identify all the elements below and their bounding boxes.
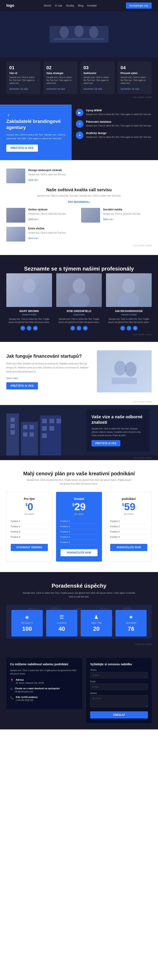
- pricing-plan-2-feature-1: Funkce 1: [61, 519, 97, 524]
- form-name-input[interactable]: [90, 672, 148, 678]
- contact-email-label: Chcete se s námi domluvit na spolupráci: [15, 687, 60, 690]
- step-1-link[interactable]: NAVRHNIT SE NÁS: [9, 88, 28, 90]
- branding-item-2-text: Sample text. Click to select the Text. C…: [86, 124, 152, 127]
- nav-blog[interactable]: Blog: [78, 4, 83, 7]
- team-member-1-twitter-icon[interactable]: t: [27, 326, 31, 331]
- pricing-plan-3-amount: 59: [124, 502, 135, 512]
- step-3-text: Sample text. Click to select the Text to…: [83, 76, 112, 85]
- pricing-plan-3-cta-button[interactable]: Pokračujte nyní: [110, 544, 147, 551]
- stat-icon-3: ♟: [84, 614, 109, 620]
- stat-value-1: 100: [14, 625, 40, 632]
- svg-rect-17: [11, 424, 15, 428]
- step-3-link[interactable]: NAVRHNIT SE NÁS: [83, 88, 102, 90]
- services-grid: Design webových stránek Sample text. Cli…: [6, 169, 152, 242]
- team-member-1-desc: Sample text. Click to select the Text. F…: [6, 318, 52, 324]
- branding-icon-3: ✦: [76, 132, 83, 139]
- team-section: Seznamte se s týmem našimi profesionály …: [0, 255, 158, 342]
- service-1-link[interactable]: Zjistit více ›: [28, 179, 39, 181]
- pricing-plan-2-name: Osobní: [61, 497, 97, 501]
- svg-point-8: [69, 292, 89, 307]
- bottom-right: Vyžádejte si cenovou nabídku Jméno Email…: [86, 658, 152, 723]
- svg-rect-13: [112, 378, 137, 384]
- steps-credit: Autor obrázku: Freepik: [6, 96, 152, 98]
- startup-cta-button[interactable]: PŘEČTĚTE SI VÍCE: [6, 382, 38, 390]
- team-member-2-twitter-icon[interactable]: t: [77, 326, 81, 331]
- team-member-2-linkedin-icon[interactable]: in: [83, 326, 88, 331]
- team-member-3-twitter-icon[interactable]: t: [127, 326, 131, 331]
- svg-point-1: [60, 26, 69, 38]
- pricing-plan-1-cta-button[interactable]: Stáhnout oderno: [11, 544, 48, 551]
- step-1-title: Váš cíl: [9, 72, 37, 75]
- service-2-link[interactable]: Zjistit více ›: [28, 218, 39, 221]
- building-credit: Autor obrázku: Freepik: [0, 455, 158, 460]
- step-2-link[interactable]: NAVRHNIT SE NÁS: [46, 88, 65, 90]
- startup-title: Jak funguje financování startupů?: [6, 353, 91, 360]
- form-email-input[interactable]: [90, 684, 148, 690]
- pricing-plan-1-feature-1: Funkce 1: [11, 519, 48, 524]
- branding-title: Zakladatelé brandingové agentury: [6, 118, 65, 130]
- hero-section: [0, 11, 158, 57]
- form-message-label: Zpráva: [90, 692, 148, 694]
- nav-links: Domů O nás Služby Blog Kontakt: [44, 4, 97, 7]
- service-image-2: [6, 208, 25, 223]
- pricing-plan-2-cta-button[interactable]: Pokračujte nyní: [61, 549, 97, 556]
- step-4-title: Převzetí výher: [121, 72, 149, 75]
- team-title: Seznamte se s týmem našimi profesionály: [6, 266, 152, 272]
- branding-cta-button[interactable]: PŘEČTĚTE SI VÍCE: [6, 145, 38, 152]
- branding-icon-2: ≡: [76, 120, 83, 128]
- pricing-plan-1-feature-3: Funkce 3: [11, 529, 48, 535]
- team-member-3-role: manažer prodeje: [106, 313, 152, 316]
- branding-right: ▶ Vývoj WWW Sample text. Click to select…: [72, 105, 158, 160]
- team-member-1: MARY BROWN kreativní ředitel Sample text…: [6, 273, 52, 331]
- contact-phone-label: Kdo rychlé podpory: [16, 696, 38, 698]
- team-member-1-linkedin-icon[interactable]: in: [33, 326, 38, 331]
- team-member-2: ROB GREENFIELD programátor Sample text. …: [56, 273, 102, 331]
- pricing-plan-2-features: Funkce 1 Funkce 2 Funkce 3 Funkce 4 Funk…: [61, 519, 97, 545]
- pricing-plan-3-period: Za měsíc: [110, 513, 147, 515]
- startup-image: [97, 350, 152, 392]
- branding-left: // Zakladatelé brandingové agentury Samp…: [0, 105, 72, 160]
- step-2-text: Sample text. Click to select the Text to…: [46, 76, 75, 85]
- form-message-input[interactable]: [90, 695, 148, 707]
- team-member-3-linkedin-icon[interactable]: in: [133, 326, 137, 331]
- service-image-3: [81, 208, 100, 223]
- nav-services[interactable]: Služby: [66, 4, 74, 7]
- branding-item-1-title: Vývoj WWW: [86, 109, 152, 112]
- service-4-link[interactable]: Zjistit více ›: [28, 237, 39, 239]
- step-2-num: 02: [46, 65, 75, 70]
- service-4-text: Sample text. Click to select the Text to…: [28, 231, 66, 234]
- startup-link[interactable]: Více o nás ›: [6, 377, 91, 379]
- stats-credit: Image from Freepik: [6, 643, 152, 645]
- pricing-plan-3-feature-1: Funkce 1: [110, 519, 147, 524]
- building-cta-button[interactable]: PŘEČTĚTE SI VÍCE: [91, 440, 120, 447]
- form-submit-button[interactable]: ODESLAT: [90, 711, 148, 719]
- svg-rect-4: [54, 38, 104, 40]
- startup-left: Jak funguje financování startupů? Proin …: [6, 353, 91, 390]
- team-member-3-facebook-icon[interactable]: f: [120, 326, 125, 331]
- team-member-3-name: ANI RICHARDHOUSE: [106, 310, 152, 313]
- services-main-link[interactable]: ČÍST REFERENCE ▸: [68, 201, 90, 203]
- logo: logo: [6, 3, 14, 8]
- navbar-cta-button[interactable]: Kontaktujte nás: [126, 3, 152, 9]
- steps-section: 01 Váš cíl Sample text. Click to select …: [0, 57, 158, 105]
- svg-point-6: [19, 292, 40, 307]
- step-4-link[interactable]: NAVRHNIT SE NÁS: [121, 88, 139, 90]
- team-member-1-facebook-icon[interactable]: f: [21, 326, 25, 331]
- nav-about[interactable]: O nás: [55, 4, 62, 7]
- contact-address-content: Adresa 66 Street, Network City, NY09: [16, 679, 44, 685]
- team-member-1-socials: f t in: [6, 326, 52, 331]
- svg-rect-25: [42, 419, 47, 423]
- service-1-title: Design webových stránek: [28, 169, 66, 172]
- team-avatar-3: [106, 273, 152, 307]
- nav-home[interactable]: Domů: [44, 4, 51, 7]
- team-member-1-name: MARY BROWN: [6, 310, 52, 313]
- nav-contact[interactable]: Kontakt: [87, 4, 96, 7]
- stats-grid: ◈ PROJEKTY 100 ☰ CLIENTS 40 ♟ NÁŠ TÝM 20…: [11, 610, 147, 636]
- pricing-plan-1-name: Pro tým: [11, 497, 48, 501]
- team-member-2-facebook-icon[interactable]: f: [70, 326, 75, 331]
- pricing-plan-1-feature-4: Funkce 4: [11, 535, 48, 540]
- service-3-link[interactable]: Zjistit více ›: [103, 218, 114, 221]
- svg-rect-21: [29, 425, 34, 429]
- svg-point-3: [89, 26, 98, 38]
- service-card-2-content: Online výzkum Sample text. Click to sele…: [28, 208, 66, 221]
